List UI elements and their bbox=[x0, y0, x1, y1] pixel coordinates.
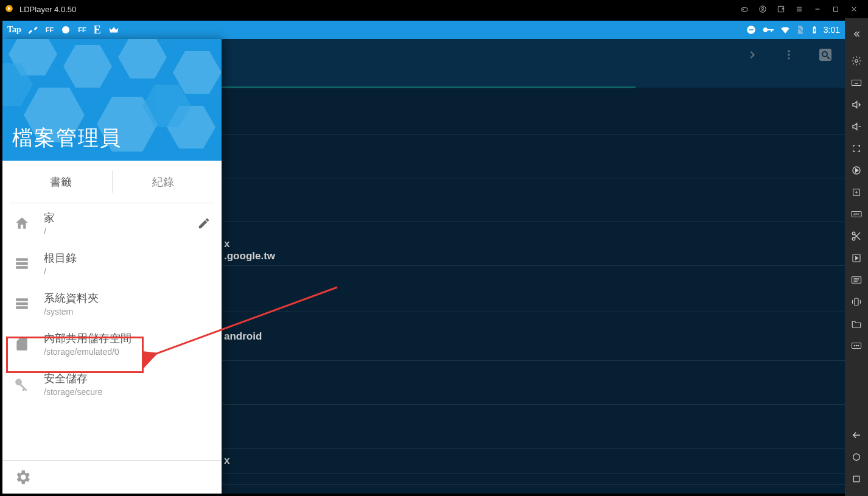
drawer-tabs: 書籤 紀錄 bbox=[10, 161, 214, 203]
multi-instance-icon[interactable] bbox=[845, 181, 868, 203]
svg-point-3 bbox=[761, 7, 764, 10]
svg-point-26 bbox=[855, 60, 858, 63]
svg-point-6 bbox=[62, 26, 69, 33]
no-sim-icon bbox=[796, 25, 805, 35]
nav-label: 安全儲存 bbox=[44, 371, 103, 386]
home-nav-icon[interactable] bbox=[845, 446, 868, 468]
window-title: LDPlayer 4.0.50 bbox=[19, 5, 76, 14]
collapse-icon[interactable] bbox=[845, 23, 868, 45]
nav-label: 內部共用儲存空間 bbox=[44, 331, 131, 346]
emulator-screen: Tap FF FF E 3:01 ated ❯ bbox=[0, 18, 845, 496]
drawer-title: 檔案管理員 bbox=[12, 124, 122, 152]
operation-record-icon[interactable] bbox=[845, 269, 868, 291]
navigation-drawer: 檔案管理員 書籤 紀錄 家/ 根目錄/ 系統資料夾/sy bbox=[2, 39, 222, 494]
tray-ff1: FF bbox=[46, 26, 54, 33]
svg-rect-8 bbox=[749, 29, 754, 30]
mini-window-icon[interactable] bbox=[772, 0, 790, 18]
android-statusbar: Tap FF FF E 3:01 bbox=[2, 21, 845, 39]
tray-ff2: FF bbox=[78, 26, 86, 33]
svg-point-41 bbox=[853, 454, 860, 461]
ldplayer-side-toolbar: APK bbox=[845, 18, 868, 496]
nav-path: /storage/emulated/0 bbox=[44, 347, 131, 357]
tray-app-tap: Tap bbox=[7, 25, 21, 35]
minimize-button[interactable] bbox=[808, 0, 827, 18]
back-icon[interactable] bbox=[845, 424, 868, 446]
svg-point-32 bbox=[852, 232, 855, 235]
gamepad-icon[interactable] bbox=[735, 0, 754, 18]
close-button[interactable] bbox=[845, 0, 863, 18]
window-titlebar: LDPlayer 4.0.50 bbox=[0, 0, 868, 18]
settings-icon[interactable] bbox=[13, 468, 211, 486]
nav-path: / bbox=[44, 267, 77, 276]
nav-path: /storage/secure bbox=[44, 387, 103, 397]
nav-item-secure[interactable]: 安全儲存/storage/secure bbox=[2, 364, 222, 404]
clock-time: 3:01 bbox=[824, 25, 840, 35]
storage-icon bbox=[13, 295, 30, 312]
sync-icon[interactable] bbox=[845, 159, 868, 181]
volume-down-icon[interactable] bbox=[845, 116, 868, 138]
svg-rect-1 bbox=[741, 8, 748, 12]
nav-path: /system bbox=[44, 307, 99, 316]
more-horiz-icon[interactable] bbox=[845, 335, 868, 357]
drawer-header: 檔案管理員 bbox=[2, 39, 222, 161]
tray-crown-icon bbox=[108, 24, 119, 35]
shake-icon[interactable] bbox=[845, 291, 868, 313]
home-icon bbox=[13, 215, 30, 232]
storage-icon bbox=[13, 255, 30, 272]
tray-wrench-icon bbox=[29, 25, 38, 35]
settings-gear-icon[interactable] bbox=[845, 50, 868, 72]
nav-label: 家 bbox=[44, 211, 55, 225]
scissors-icon[interactable] bbox=[845, 225, 868, 247]
maximize-button[interactable] bbox=[827, 0, 845, 18]
nav-item-root[interactable]: 根目錄/ bbox=[2, 243, 222, 284]
svg-point-9 bbox=[763, 27, 768, 32]
drawer-nav: 家/ 根目錄/ 系統資料夾/system 內部共用儲存空間/storage/em… bbox=[2, 203, 222, 460]
key-icon bbox=[13, 375, 30, 393]
nav-path: / bbox=[44, 226, 55, 236]
drawer-footer bbox=[2, 460, 222, 494]
shared-folder-icon[interactable] bbox=[845, 313, 868, 335]
svg-rect-5 bbox=[834, 7, 838, 12]
svg-rect-4 bbox=[778, 6, 783, 12]
svg-point-38 bbox=[854, 345, 855, 346]
tray-e-icon: E bbox=[94, 24, 101, 37]
svg-rect-42 bbox=[853, 476, 859, 481]
tab-bookmarks[interactable]: 書籤 bbox=[10, 161, 112, 203]
recents-icon[interactable] bbox=[845, 468, 868, 490]
nodisturb-icon bbox=[746, 24, 757, 35]
tray-face-icon bbox=[61, 25, 71, 35]
vpn-key-icon bbox=[761, 23, 775, 37]
svg-rect-27 bbox=[852, 80, 861, 86]
keyboard-icon[interactable] bbox=[845, 72, 868, 94]
nav-item-internal-storage[interactable]: 內部共用儲存空間/storage/emulated/0 bbox=[2, 324, 222, 364]
battery-icon bbox=[810, 24, 819, 35]
svg-point-39 bbox=[856, 345, 857, 346]
account-icon[interactable] bbox=[754, 0, 772, 18]
edit-icon[interactable] bbox=[197, 217, 211, 230]
fullscreen-icon[interactable] bbox=[845, 138, 868, 159]
apk-icon[interactable]: APK bbox=[845, 203, 868, 225]
menu-icon[interactable] bbox=[790, 0, 808, 18]
wifi-icon bbox=[780, 24, 791, 35]
tab-history[interactable]: 紀錄 bbox=[113, 161, 215, 203]
ldplayer-logo-icon bbox=[5, 4, 15, 14]
nav-item-home[interactable]: 家/ bbox=[2, 203, 222, 243]
svg-point-40 bbox=[858, 345, 859, 346]
nav-item-system[interactable]: 系統資料夾/system bbox=[2, 284, 222, 324]
svg-text:APK: APK bbox=[853, 212, 860, 216]
record-icon[interactable] bbox=[845, 247, 868, 269]
svg-point-33 bbox=[852, 237, 855, 240]
svg-rect-36 bbox=[855, 298, 858, 306]
volume-up-icon[interactable] bbox=[845, 94, 868, 116]
nav-label: 根目錄 bbox=[44, 251, 77, 265]
nav-label: 系統資料夾 bbox=[44, 291, 99, 306]
sd-card-icon bbox=[13, 335, 30, 352]
